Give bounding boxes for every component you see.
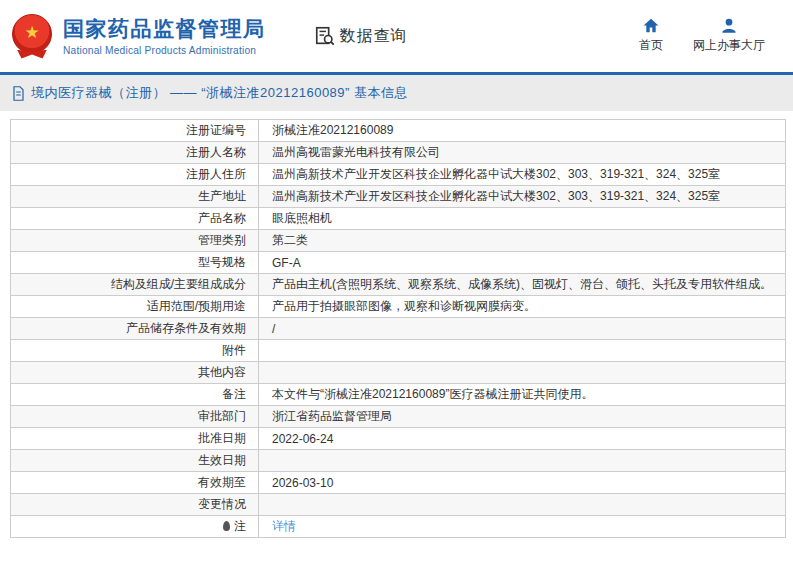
table-row: 注详情: [11, 516, 786, 538]
table-row: 注册人住所温州高新技术产业开发区科技企业孵化器中试大楼302、303、319-3…: [11, 164, 786, 186]
row-value: 温州高新技术产业开发区科技企业孵化器中试大楼302、303、319-321、32…: [259, 164, 786, 186]
row-label: 生效日期: [11, 450, 259, 472]
row-value: 本文件与“浙械注准20212160089”医疗器械注册证共同使用。: [259, 384, 786, 406]
table-row: 注册人名称温州高视雷蒙光电科技有限公司: [11, 142, 786, 164]
header-nav: 首页 网上办事大厅: [609, 18, 765, 54]
nav-home-label: 首页: [639, 37, 663, 54]
row-value: 2022-06-24: [259, 428, 786, 450]
nav-home[interactable]: 首页: [639, 18, 663, 54]
row-label: 管理类别: [11, 230, 259, 252]
table-row: 附件: [11, 340, 786, 362]
row-label: 注册证编号: [11, 120, 259, 142]
row-label: 生产地址: [11, 186, 259, 208]
row-label: 备注: [11, 384, 259, 406]
breadcrumb: 境内医疗器械（注册） —— “浙械注准20212160089” 基本信息: [0, 75, 793, 111]
table-row: 变更情况: [11, 494, 786, 516]
row-value: /: [259, 318, 786, 340]
registration-info: 注册证编号浙械注准20212160089注册人名称温州高视雷蒙光电科技有限公司注…: [0, 111, 793, 538]
row-label: 有效期至: [11, 472, 259, 494]
page-title: 境内医疗器械（注册） —— “浙械注准20212160089” 基本信息: [31, 84, 408, 102]
row-label: 结构及组成/主要组成成分: [11, 274, 259, 296]
table-row: 产品储存条件及有效期/: [11, 318, 786, 340]
table-row: 管理类别第二类: [11, 230, 786, 252]
table-row: 生效日期: [11, 450, 786, 472]
table-row: 审批部门浙江省药品监督管理局: [11, 406, 786, 428]
nav-online-hall-label: 网上办事大厅: [693, 37, 765, 54]
table-row: 批准日期2022-06-24: [11, 428, 786, 450]
note-icon: [223, 521, 230, 531]
row-value: 产品用于拍摄眼部图像，观察和诊断视网膜病变。: [259, 296, 786, 318]
row-value: [259, 494, 786, 516]
row-label: 产品储存条件及有效期: [11, 318, 259, 340]
row-label: 变更情况: [11, 494, 259, 516]
row-label: 其他内容: [11, 362, 259, 384]
details-link[interactable]: 详情: [272, 519, 296, 533]
agency-name-cn: 国家药品监督管理局: [63, 16, 266, 41]
row-value: 浙江省药品监督管理局: [259, 406, 786, 428]
row-value: 详情: [259, 516, 786, 538]
row-value: [259, 340, 786, 362]
row-label: 审批部门: [11, 406, 259, 428]
row-label: 注: [11, 516, 259, 538]
home-icon: [643, 18, 659, 33]
user-icon: [721, 18, 737, 33]
row-label: 适用范围/预期用途: [11, 296, 259, 318]
table-row: 注册证编号浙械注准20212160089: [11, 120, 786, 142]
row-label: 附件: [11, 340, 259, 362]
row-value: 眼底照相机: [259, 208, 786, 230]
nav-online-hall[interactable]: 网上办事大厅: [693, 18, 765, 54]
info-table-body: 注册证编号浙械注准20212160089注册人名称温州高视雷蒙光电科技有限公司注…: [11, 120, 786, 538]
table-row: 生产地址温州高新技术产业开发区科技企业孵化器中试大楼302、303、319-32…: [11, 186, 786, 208]
row-value: [259, 362, 786, 384]
table-row: 适用范围/预期用途产品用于拍摄眼部图像，观察和诊断视网膜病变。: [11, 296, 786, 318]
table-row: 备注本文件与“浙械注准20212160089”医疗器械注册证共同使用。: [11, 384, 786, 406]
row-value: 温州高视雷蒙光电科技有限公司: [259, 142, 786, 164]
row-label: 型号规格: [11, 252, 259, 274]
agency-name-en: National Medical Products Administration: [63, 45, 266, 56]
row-value: 第二类: [259, 230, 786, 252]
table-row: 其他内容: [11, 362, 786, 384]
nmpa-logo: ★: [10, 14, 54, 59]
national-emblem-icon: ★: [12, 14, 52, 54]
row-value: 温州高新技术产业开发区科技企业孵化器中试大楼302、303、319-321、32…: [259, 186, 786, 208]
row-label: 产品名称: [11, 208, 259, 230]
row-value: GF-A: [259, 252, 786, 274]
row-value: 2026-03-10: [259, 472, 786, 494]
agency-title-block: 国家药品监督管理局 National Medical Products Admi…: [63, 16, 266, 55]
row-value: [259, 450, 786, 472]
table-row: 产品名称眼底照相机: [11, 208, 786, 230]
document-search-icon: [314, 25, 336, 47]
data-query-label: 数据查询: [340, 26, 408, 47]
row-value: 产品由主机(含照明系统、观察系统、成像系统)、固视灯、滑台、颌托、头托及专用软件…: [259, 274, 786, 296]
document-icon: [12, 86, 25, 101]
table-row: 有效期至2026-03-10: [11, 472, 786, 494]
row-label: 注册人名称: [11, 142, 259, 164]
row-label: 注册人住所: [11, 164, 259, 186]
data-query-section: 数据查询: [314, 25, 408, 47]
info-table: 注册证编号浙械注准20212160089注册人名称温州高视雷蒙光电科技有限公司注…: [10, 119, 786, 538]
row-label: 批准日期: [11, 428, 259, 450]
table-row: 型号规格GF-A: [11, 252, 786, 274]
emblem-star-icon: ★: [24, 24, 39, 41]
site-header: ★ 国家药品监督管理局 National Medical Products Ad…: [0, 0, 793, 75]
table-row: 结构及组成/主要组成成分产品由主机(含照明系统、观察系统、成像系统)、固视灯、滑…: [11, 274, 786, 296]
row-value: 浙械注准20212160089: [259, 120, 786, 142]
